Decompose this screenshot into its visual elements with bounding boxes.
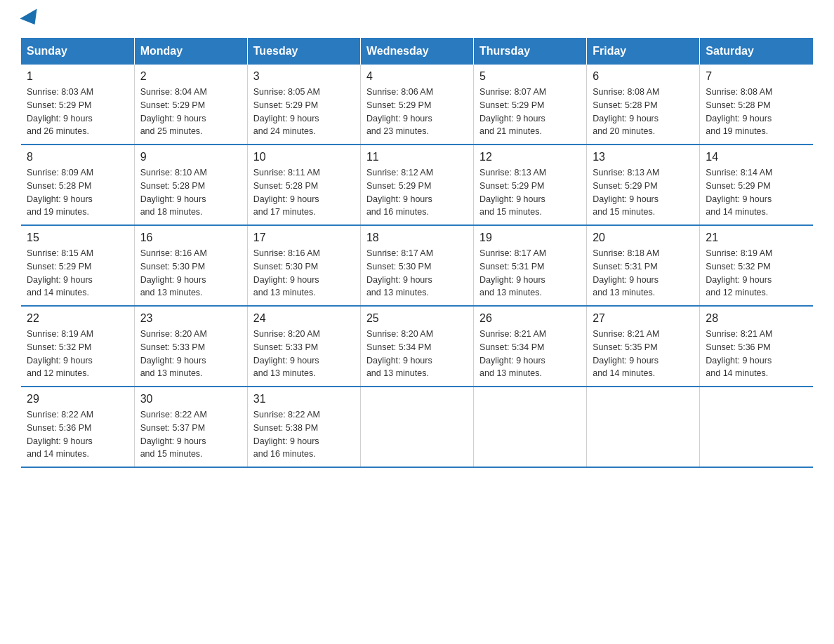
day-number: 18 <box>366 232 468 244</box>
day-number: 15 <box>27 232 128 244</box>
day-info: Sunrise: 8:06 AMSunset: 5:29 PMDaylight:… <box>366 87 433 136</box>
day-info: Sunrise: 8:22 AMSunset: 5:37 PMDaylight:… <box>140 410 207 459</box>
calendar-cell: 26 Sunrise: 8:21 AMSunset: 5:34 PMDaylig… <box>474 306 587 387</box>
calendar-header-sunday: Sunday <box>21 38 134 65</box>
calendar-cell: 12 Sunrise: 8:13 AMSunset: 5:29 PMDaylig… <box>474 145 587 225</box>
day-number: 25 <box>366 312 468 325</box>
day-number: 3 <box>253 70 355 83</box>
calendar-cell: 9 Sunrise: 8:10 AMSunset: 5:28 PMDayligh… <box>134 145 247 225</box>
day-number: 24 <box>253 312 355 325</box>
day-number: 26 <box>479 312 581 325</box>
day-number: 29 <box>27 393 128 405</box>
calendar-cell: 16 Sunrise: 8:16 AMSunset: 5:30 PMDaylig… <box>134 225 247 306</box>
day-number: 1 <box>27 70 128 83</box>
calendar-cell: 27 Sunrise: 8:21 AMSunset: 5:35 PMDaylig… <box>587 306 700 387</box>
day-number: 22 <box>27 312 128 325</box>
day-info: Sunrise: 8:19 AMSunset: 5:32 PMDaylight:… <box>27 329 93 378</box>
day-info: Sunrise: 8:17 AMSunset: 5:31 PMDaylight:… <box>479 248 546 297</box>
day-info: Sunrise: 8:21 AMSunset: 5:35 PMDaylight:… <box>593 329 659 378</box>
calendar-cell: 19 Sunrise: 8:17 AMSunset: 5:31 PMDaylig… <box>474 225 587 306</box>
day-number: 11 <box>366 151 468 163</box>
calendar-cell <box>700 387 813 467</box>
day-info: Sunrise: 8:08 AMSunset: 5:28 PMDaylight:… <box>706 87 772 136</box>
day-number: 2 <box>140 70 241 83</box>
calendar-cell: 20 Sunrise: 8:18 AMSunset: 5:31 PMDaylig… <box>587 225 700 306</box>
page-header <box>21 14 813 24</box>
calendar-week-row: 8 Sunrise: 8:09 AMSunset: 5:28 PMDayligh… <box>21 145 813 225</box>
calendar-cell: 6 Sunrise: 8:08 AMSunset: 5:28 PMDayligh… <box>587 65 700 145</box>
day-number: 20 <box>593 232 694 244</box>
calendar-cell: 15 Sunrise: 8:15 AMSunset: 5:29 PMDaylig… <box>21 225 134 306</box>
day-number: 17 <box>253 232 355 244</box>
day-info: Sunrise: 8:05 AMSunset: 5:29 PMDaylight:… <box>253 87 320 136</box>
day-number: 10 <box>253 151 355 163</box>
day-number: 27 <box>593 312 694 325</box>
calendar-cell: 14 Sunrise: 8:14 AMSunset: 5:29 PMDaylig… <box>700 145 813 225</box>
day-number: 23 <box>140 312 241 325</box>
calendar-cell: 13 Sunrise: 8:13 AMSunset: 5:29 PMDaylig… <box>587 145 700 225</box>
calendar-cell <box>360 387 473 467</box>
calendar-cell: 3 Sunrise: 8:05 AMSunset: 5:29 PMDayligh… <box>247 65 360 145</box>
calendar-cell: 21 Sunrise: 8:19 AMSunset: 5:32 PMDaylig… <box>700 225 813 306</box>
calendar-cell <box>474 387 587 467</box>
day-info: Sunrise: 8:18 AMSunset: 5:31 PMDaylight:… <box>593 248 659 297</box>
day-info: Sunrise: 8:19 AMSunset: 5:32 PMDaylight:… <box>706 248 772 297</box>
day-info: Sunrise: 8:13 AMSunset: 5:29 PMDaylight:… <box>479 168 546 217</box>
day-number: 9 <box>140 151 241 163</box>
day-info: Sunrise: 8:21 AMSunset: 5:34 PMDaylight:… <box>479 329 546 378</box>
calendar-week-row: 1 Sunrise: 8:03 AMSunset: 5:29 PMDayligh… <box>21 65 813 145</box>
day-number: 13 <box>593 151 694 163</box>
day-info: Sunrise: 8:14 AMSunset: 5:29 PMDaylight:… <box>706 168 772 217</box>
calendar-cell <box>587 387 700 467</box>
logo-arrow-icon <box>20 8 43 29</box>
day-number: 19 <box>479 232 581 244</box>
calendar-cell: 31 Sunrise: 8:22 AMSunset: 5:38 PMDaylig… <box>247 387 360 467</box>
day-info: Sunrise: 8:17 AMSunset: 5:30 PMDaylight:… <box>366 248 433 297</box>
calendar-header-saturday: Saturday <box>700 38 813 65</box>
day-number: 12 <box>479 151 581 163</box>
day-number: 6 <box>593 70 694 83</box>
calendar-cell: 23 Sunrise: 8:20 AMSunset: 5:33 PMDaylig… <box>134 306 247 387</box>
day-info: Sunrise: 8:16 AMSunset: 5:30 PMDaylight:… <box>140 248 207 297</box>
day-info: Sunrise: 8:13 AMSunset: 5:29 PMDaylight:… <box>593 168 659 217</box>
day-info: Sunrise: 8:15 AMSunset: 5:29 PMDaylight:… <box>27 248 93 297</box>
day-info: Sunrise: 8:20 AMSunset: 5:33 PMDaylight:… <box>140 329 207 378</box>
calendar-cell: 10 Sunrise: 8:11 AMSunset: 5:28 PMDaylig… <box>247 145 360 225</box>
day-info: Sunrise: 8:10 AMSunset: 5:28 PMDaylight:… <box>140 168 207 217</box>
day-info: Sunrise: 8:20 AMSunset: 5:33 PMDaylight:… <box>253 329 320 378</box>
day-info: Sunrise: 8:12 AMSunset: 5:29 PMDaylight:… <box>366 168 433 217</box>
calendar-cell: 22 Sunrise: 8:19 AMSunset: 5:32 PMDaylig… <box>21 306 134 387</box>
day-info: Sunrise: 8:07 AMSunset: 5:29 PMDaylight:… <box>479 87 546 136</box>
logo-text <box>21 14 44 27</box>
day-info: Sunrise: 8:21 AMSunset: 5:36 PMDaylight:… <box>706 329 772 378</box>
calendar-header-monday: Monday <box>134 38 247 65</box>
calendar-cell: 18 Sunrise: 8:17 AMSunset: 5:30 PMDaylig… <box>360 225 473 306</box>
day-number: 16 <box>140 232 241 244</box>
calendar-header-row: SundayMondayTuesdayWednesdayThursdayFrid… <box>21 38 813 65</box>
logo <box>21 14 44 24</box>
day-info: Sunrise: 8:22 AMSunset: 5:36 PMDaylight:… <box>27 410 93 459</box>
day-number: 5 <box>479 70 581 83</box>
calendar-table: SundayMondayTuesdayWednesdayThursdayFrid… <box>21 38 813 468</box>
calendar-week-row: 22 Sunrise: 8:19 AMSunset: 5:32 PMDaylig… <box>21 306 813 387</box>
calendar-cell: 1 Sunrise: 8:03 AMSunset: 5:29 PMDayligh… <box>21 65 134 145</box>
calendar-week-row: 15 Sunrise: 8:15 AMSunset: 5:29 PMDaylig… <box>21 225 813 306</box>
day-info: Sunrise: 8:20 AMSunset: 5:34 PMDaylight:… <box>366 329 433 378</box>
calendar-header-friday: Friday <box>587 38 700 65</box>
calendar-header-wednesday: Wednesday <box>360 38 473 65</box>
day-number: 7 <box>706 70 807 83</box>
calendar-cell: 7 Sunrise: 8:08 AMSunset: 5:28 PMDayligh… <box>700 65 813 145</box>
day-info: Sunrise: 8:16 AMSunset: 5:30 PMDaylight:… <box>253 248 320 297</box>
calendar-cell: 11 Sunrise: 8:12 AMSunset: 5:29 PMDaylig… <box>360 145 473 225</box>
day-info: Sunrise: 8:03 AMSunset: 5:29 PMDaylight:… <box>27 87 93 136</box>
day-number: 14 <box>706 151 807 163</box>
day-info: Sunrise: 8:22 AMSunset: 5:38 PMDaylight:… <box>253 410 320 459</box>
calendar-cell: 30 Sunrise: 8:22 AMSunset: 5:37 PMDaylig… <box>134 387 247 467</box>
calendar-cell: 4 Sunrise: 8:06 AMSunset: 5:29 PMDayligh… <box>360 65 473 145</box>
day-number: 4 <box>366 70 468 83</box>
calendar-cell: 29 Sunrise: 8:22 AMSunset: 5:36 PMDaylig… <box>21 387 134 467</box>
calendar-header-thursday: Thursday <box>474 38 587 65</box>
calendar-week-row: 29 Sunrise: 8:22 AMSunset: 5:36 PMDaylig… <box>21 387 813 467</box>
day-number: 31 <box>253 393 355 405</box>
calendar-header-tuesday: Tuesday <box>247 38 360 65</box>
